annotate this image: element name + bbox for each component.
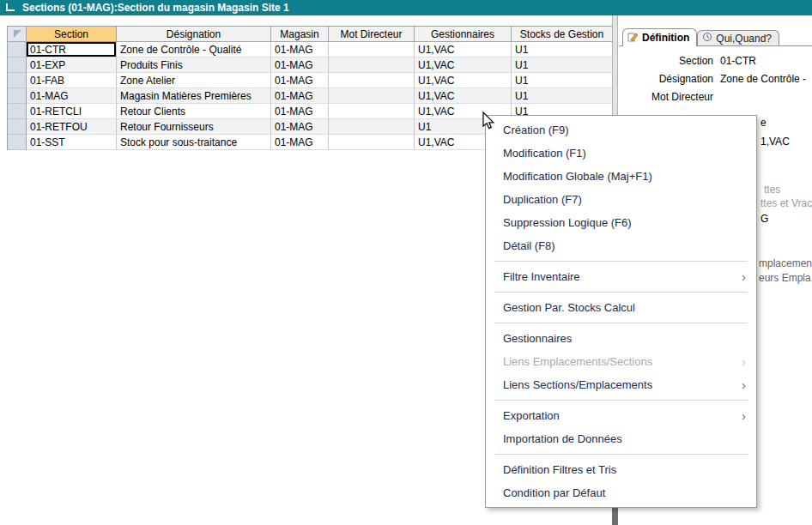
window-titlebar[interactable]: Sections (01-MAG):Section du magasin Mag… xyxy=(0,0,812,15)
column-header-mot-directeur[interactable]: Mot Directeur xyxy=(329,27,415,42)
cell-magasin[interactable]: 01-MAG xyxy=(271,42,329,57)
menu-item-gestion-par-stocks-calcul[interactable]: Gestion Par. Stocks Calcul xyxy=(486,296,756,319)
field-label: Section xyxy=(619,55,720,67)
cell-magasin[interactable]: 01-MAG xyxy=(271,104,329,119)
menu-item-liens-emplacements-sections: Liens Emplacements/Sections› xyxy=(486,350,756,373)
cell-designation[interactable]: Magasin Matières Premières xyxy=(117,88,271,104)
cell-mot-directeur[interactable] xyxy=(329,119,415,135)
field-designation: Désignation Zone de Contrôle - xyxy=(619,72,812,86)
tab-label: Définition xyxy=(642,32,689,44)
cell-magasin[interactable]: 01-MAG xyxy=(271,73,329,88)
row-selector[interactable] xyxy=(8,135,27,150)
window-title: Sections (01-MAG):Section du magasin Mag… xyxy=(22,2,289,14)
column-header-gestionnaires[interactable]: Gestionnaires xyxy=(415,27,512,42)
tab-label: Qui,Quand? xyxy=(716,33,772,45)
cell-section[interactable]: 01-SST xyxy=(27,135,117,150)
cell-stocks[interactable]: U1 xyxy=(512,88,613,104)
cell-stocks[interactable]: U1 xyxy=(512,57,613,73)
cell-mot-directeur[interactable] xyxy=(329,57,415,73)
cell-gestionnaires[interactable]: U1,VAC xyxy=(415,57,512,73)
menu-item-liens-sections-emplacements[interactable]: Liens Sections/Emplacements› xyxy=(486,373,756,396)
select-all-corner[interactable] xyxy=(8,27,27,42)
cell-magasin[interactable]: 01-MAG xyxy=(271,57,329,73)
menu-separator xyxy=(494,261,748,262)
cell-section[interactable]: 01-MAG xyxy=(27,88,117,104)
submenu-arrow-icon: › xyxy=(742,270,746,283)
field-value[interactable]: 01-CTR xyxy=(720,55,756,67)
cell-section[interactable]: 01-CTR xyxy=(27,42,117,57)
cell-mot-directeur[interactable] xyxy=(329,104,415,119)
row-selector[interactable] xyxy=(8,104,27,119)
menu-item-modification-globale[interactable]: Modification Globale (Maj+F1) xyxy=(486,165,756,188)
menu-item-condition-par-defaut[interactable]: Condition par Défaut xyxy=(486,481,756,504)
row-selector[interactable] xyxy=(8,42,27,57)
tab-qui-quand[interactable]: Qui,Quand? xyxy=(697,30,779,45)
cell-section[interactable]: 01-FAB xyxy=(27,73,117,88)
cell-stocks[interactable]: U1 xyxy=(512,73,613,88)
cell-magasin[interactable]: 01-MAG xyxy=(271,135,329,150)
cell-section[interactable]: 01-RETCLI xyxy=(27,104,117,119)
cell-gestionnaires[interactable]: U1,VAC xyxy=(415,42,512,57)
field-label: Désignation xyxy=(619,73,720,85)
row-selector[interactable] xyxy=(8,73,27,88)
table-row: 01-CTR Zone de Contrôle - Qualité 01-MAG… xyxy=(8,42,613,57)
cell-stocks[interactable]: U1 xyxy=(512,42,613,57)
panel-text-fragment: ttes xyxy=(764,184,780,196)
menu-item-gestionnaires[interactable]: Gestionnaires xyxy=(486,327,756,350)
table-row: 01-MAG Magasin Matières Premières 01-MAG… xyxy=(8,88,613,104)
cell-designation[interactable]: Stock pour sous-traitance xyxy=(117,135,271,150)
panel-text-fragment: G xyxy=(760,213,768,225)
column-header-stocks-de-gestion[interactable]: Stocks de Gestion xyxy=(512,27,613,42)
submenu-arrow-icon: › xyxy=(742,409,746,422)
cell-designation[interactable]: Zone Atelier xyxy=(117,73,271,88)
panel-text-fragment: e xyxy=(760,117,767,129)
menu-item-creation[interactable]: Création (F9) xyxy=(486,118,756,142)
tab-definition[interactable]: Définition xyxy=(622,28,697,46)
cell-mot-directeur[interactable] xyxy=(329,88,415,104)
menu-item-filtre-inventaire[interactable]: Filtre Inventaire› xyxy=(486,265,756,288)
row-selector[interactable] xyxy=(8,119,27,135)
cell-designation[interactable]: Zone de Contrôle - Qualité xyxy=(117,42,271,57)
row-selector[interactable] xyxy=(8,88,27,104)
context-menu: Création (F9) Modification (F1) Modifica… xyxy=(485,115,757,508)
cell-magasin[interactable]: 01-MAG xyxy=(271,119,329,135)
menu-item-suppression-logique[interactable]: Suppression Logique (F6) xyxy=(486,211,756,234)
cell-mot-directeur[interactable] xyxy=(329,135,415,150)
column-header-section[interactable]: Section xyxy=(27,27,117,42)
cell-gestionnaires[interactable]: U1,VAC xyxy=(415,73,512,88)
column-header-designation[interactable]: Désignation xyxy=(117,27,271,42)
clock-icon xyxy=(702,32,712,45)
cell-designation[interactable]: Retour Clients xyxy=(117,104,271,119)
submenu-arrow-icon: › xyxy=(742,378,746,391)
menu-item-exportation[interactable]: Exportation› xyxy=(486,404,756,427)
cell-designation[interactable]: Retour Fournisseurs xyxy=(117,119,271,135)
panel-text-fragment: ttes et Vrac xyxy=(760,197,812,209)
cell-section[interactable]: 01-RETFOU xyxy=(27,119,117,135)
menu-item-duplication[interactable]: Duplication (F7) xyxy=(486,188,756,211)
panel-tabs: Définition Qui,Quand? xyxy=(619,27,812,45)
table-row: 01-FAB Zone Atelier 01-MAG U1,VAC U1 xyxy=(8,73,613,88)
submenu-arrow-icon: › xyxy=(742,355,746,368)
table-row: 01-EXP Produits Finis 01-MAG U1,VAC U1 xyxy=(8,57,613,73)
cell-gestionnaires[interactable]: U1,VAC xyxy=(415,88,512,104)
cell-magasin[interactable]: 01-MAG xyxy=(271,88,329,104)
menu-item-definition-filtres-et-tris[interactable]: Définition Filtres et Tris xyxy=(486,458,756,481)
definition-tab-page: Section 01-CTR Désignation Zone de Contr… xyxy=(619,45,812,104)
mouse-cursor xyxy=(482,112,496,134)
column-header-magasin[interactable]: Magasin xyxy=(271,27,329,42)
cell-designation[interactable]: Produits Finis xyxy=(117,57,271,73)
sections-tree-icon xyxy=(5,3,15,13)
panel-text-fragment: eurs Empla xyxy=(759,272,811,284)
menu-separator xyxy=(494,292,748,293)
menu-separator xyxy=(494,454,748,455)
field-section: Section 01-CTR xyxy=(619,54,812,68)
cell-section[interactable]: 01-EXP xyxy=(27,57,117,73)
menu-item-detail[interactable]: Détail (F8) xyxy=(486,234,756,257)
splitter-handle[interactable] xyxy=(612,508,618,525)
menu-item-importation-de-donnees[interactable]: Importation de Données xyxy=(486,427,756,450)
menu-item-modification[interactable]: Modification (F1) xyxy=(486,142,756,165)
field-value[interactable]: Zone de Contrôle - xyxy=(720,73,806,85)
cell-mot-directeur[interactable] xyxy=(329,42,415,57)
row-selector[interactable] xyxy=(8,57,27,73)
cell-mot-directeur[interactable] xyxy=(329,73,415,88)
